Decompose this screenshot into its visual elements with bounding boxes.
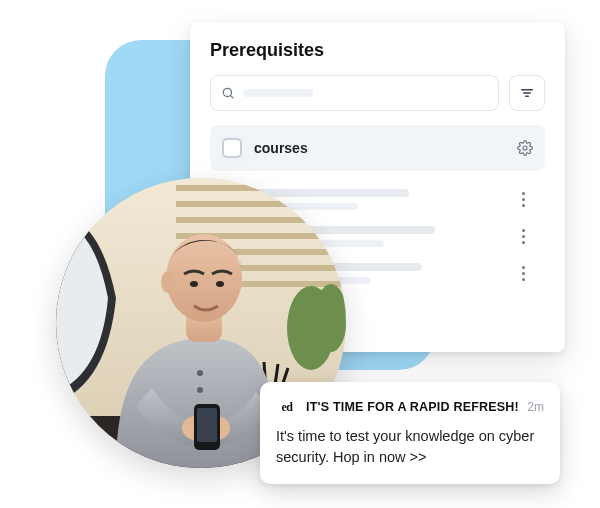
notification-body: It's time to test your knowledge on cybe… — [276, 426, 544, 468]
group-settings-button[interactable] — [517, 140, 533, 156]
svg-point-23 — [197, 387, 203, 393]
notification-card[interactable]: ed IT'S TIME FOR A RAPID REFRESH! 2m It'… — [260, 382, 560, 484]
group-label: courses — [254, 140, 308, 156]
group-checkbox[interactable] — [222, 138, 242, 158]
notification-app-badge: ed — [276, 396, 298, 418]
item-menu-button[interactable] — [513, 229, 533, 244]
search-input[interactable] — [210, 75, 499, 111]
svg-point-5 — [523, 146, 527, 150]
svg-rect-32 — [197, 408, 217, 442]
kebab-icon — [522, 192, 525, 195]
svg-point-0 — [223, 88, 231, 96]
notification-title: IT'S TIME FOR A RAPID REFRESH! — [306, 400, 519, 414]
svg-point-22 — [197, 370, 203, 376]
gear-icon — [517, 140, 533, 156]
filter-icon — [519, 85, 535, 101]
notification-time: 2m — [527, 400, 544, 414]
search-row — [210, 75, 545, 111]
search-placeholder-ghost — [243, 89, 313, 97]
svg-line-1 — [231, 96, 234, 99]
panel-title: Prerequisites — [210, 40, 545, 61]
svg-point-15 — [315, 284, 346, 352]
item-menu-button[interactable] — [513, 266, 533, 281]
item-content-placeholder — [254, 189, 513, 210]
filter-button[interactable] — [509, 75, 545, 111]
search-icon — [221, 86, 235, 100]
notification-header: ed IT'S TIME FOR A RAPID REFRESH! 2m — [276, 396, 544, 418]
svg-point-28 — [216, 281, 224, 287]
course-group-row[interactable]: courses — [210, 125, 545, 171]
kebab-icon — [522, 229, 525, 232]
svg-point-27 — [190, 281, 198, 287]
svg-point-26 — [161, 271, 175, 293]
kebab-icon — [522, 266, 525, 269]
item-menu-button[interactable] — [513, 192, 533, 207]
